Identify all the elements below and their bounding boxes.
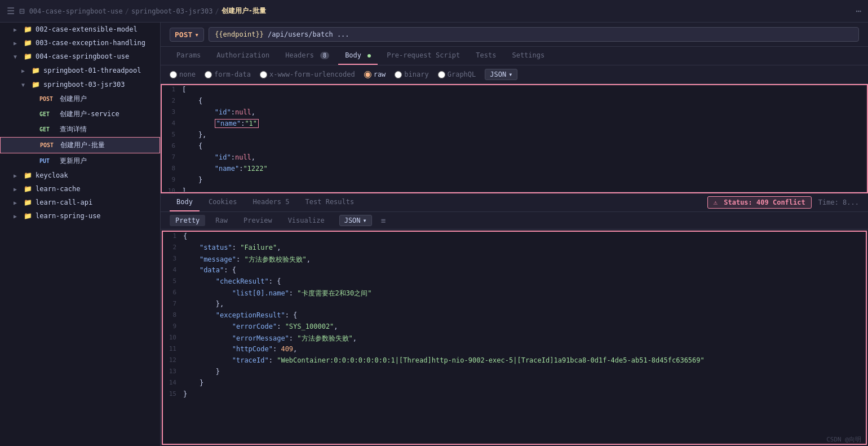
response-tab-body[interactable]: Body [170,193,200,211]
req-line-3: 3 "id":null, [162,108,867,119]
resp-line-14: 14 } [163,378,866,390]
chevron-icon: ▼ [14,54,21,60]
response-tab-cookies[interactable]: Cookies [202,193,244,211]
folder-icon: 📁 [32,67,40,74]
response-format-row: Pretty Raw Preview Visualize JSON ▾ ≡ [161,212,868,229]
url-input[interactable]: {{endpoint}} /api/users/batch ... [209,27,859,42]
request-body-wrapper: 1 [ 2 { 3 "id":null, 4 "name":"1" [161,84,868,193]
sidebar-item-sp03[interactable]: ▼ 📁 springboot-03-jsr303 [0,78,160,91]
menu-icon[interactable]: ☰ [7,6,15,16]
folder-icon: 📁 [24,171,32,179]
sidebar: ▶ 📁 002-case-extensible-model ▶ 📁 003-ca… [0,23,161,446]
sidebar-item-keycloak[interactable]: ▶ 📁 keycloak [0,169,160,182]
chevron-icon: ▶ [21,68,29,74]
chevron-icon: ▶ [14,213,21,219]
chevron-icon: ▶ [14,173,21,179]
radio-raw[interactable]: raw [364,70,386,78]
resp-tab-test-label: Test Results [305,198,355,206]
radio-binary[interactable]: binary [395,70,428,78]
format-preview[interactable]: Preview [238,215,278,226]
req-line-2: 2 { [162,96,867,108]
breadcrumb: 004-case-springboot-use / springboot-03-… [29,6,266,16]
tab-params-label: Params [176,51,201,59]
radio-urlencoded[interactable]: x-www-form-urlencoded [260,70,355,78]
method-badge-get: GET [39,111,56,117]
response-tabs: Body Cookies Headers 5 Test Results [170,193,361,211]
resp-line-2: 2 "status": "Failure", [163,243,866,254]
chevron-icon: ▶ [14,200,21,206]
sidebar-item-004[interactable]: ▼ 📁 004-case-springboot-use [0,50,160,63]
sidebar-item-003[interactable]: ▶ 📁 003-case-exception-handling [0,36,160,50]
format-pretty-label: Pretty [175,217,200,224]
sidebar-item-post-create[interactable]: ▶ POST 创建用户 [0,91,160,107]
body-dot-indicator [367,54,371,58]
url-path: /api/users/batch ... [268,30,349,38]
tab-prerequest[interactable]: Pre-request Script [380,47,467,65]
sidebar-item-label: 更新用户 [60,156,153,166]
radio-raw-label: raw [374,70,386,78]
tab-authorization[interactable]: Authorization [210,47,276,65]
more-dots-icon[interactable]: ⋯ [856,6,861,16]
req-line-7: 7 "id":null, [162,153,867,164]
sidebar-item-label: keycloak [36,171,153,179]
resp-format-label: JSON [344,217,361,224]
sidebar-item-label: learn-cache [36,185,153,193]
tab-body-label: Body [345,51,361,59]
request-code-editor[interactable]: 1 [ 2 { 3 "id":null, 4 "name":"1" [162,85,867,192]
main-layout: ▶ 📁 002-case-extensible-model ▶ 📁 003-ca… [0,23,868,446]
response-tab-test-results[interactable]: Test Results [299,193,361,211]
sidebar-item-learn-cache[interactable]: ▶ 📁 learn-cache [0,182,160,196]
sidebar-item-sp01[interactable]: ▶ 📁 springboot-01-threadpool ⋯ [0,63,160,78]
method-dropdown-icon: ▾ [194,30,199,39]
sidebar-item-learn-call[interactable]: ▶ 📁 learn-call-api [0,196,160,209]
status-badge: ⚠ Status: 409 Conflict [707,196,812,209]
req-line-4: 4 "name":"1" [162,119,867,130]
resp-line-8: 8 "exceptionResult": { [163,311,866,322]
sidebar-item-put-update[interactable]: ▶ PUT 更新用户 [0,153,160,169]
sidebar-item-get-detail[interactable]: ▶ GET 查询详情 [0,122,160,137]
response-tab-headers[interactable]: Headers 5 [246,193,296,211]
headers-badge: 8 [320,52,329,59]
resp-format-dropdown[interactable]: JSON ▾ [339,215,372,226]
folder-icon: 📁 [24,52,32,60]
tab-settings[interactable]: Settings [505,47,551,65]
format-raw[interactable]: Raw [210,215,233,226]
tab-headers[interactable]: Headers 8 [278,47,336,65]
format-dropdown[interactable]: JSON ▾ [485,69,517,80]
radio-form-data[interactable]: form-data [205,70,251,78]
filter-icon[interactable]: ⊟ [19,6,25,16]
method-select[interactable]: POST ▾ [170,28,204,42]
sidebar-item-label: 创建用户-service [60,109,153,119]
format-pretty[interactable]: Pretty [170,215,205,226]
req-line-10: 10 ] [162,187,867,192]
format-raw-label: Raw [215,217,228,224]
method-label: POST [175,30,192,39]
radio-none[interactable]: none [170,70,196,78]
method-badge-post: POST [40,142,57,148]
tab-params[interactable]: Params [170,47,207,65]
resp-tab-cookies-label: Cookies [209,198,237,206]
req-line-5: 5 }, [162,130,867,142]
sidebar-item-get-service[interactable]: ▶ GET 创建用户-service [0,107,160,122]
tab-tests[interactable]: Tests [469,47,503,65]
url-endpoint: {{endpoint}} [215,30,264,38]
tab-body[interactable]: Body [338,47,378,65]
format-visualize[interactable]: Visualize [282,215,330,226]
resp-line-11: 11 "httpCode": 409, [163,345,866,356]
format-visualize-label: Visualize [288,217,325,224]
sidebar-item-label: learn-spring-use [36,212,153,220]
resp-format-arrow: ▾ [363,217,367,224]
req-line-6: 6 { [162,142,867,153]
watermark: CSDN @向明 [826,435,861,444]
breadcrumb-part-3: 创建用户-批量 [222,6,266,16]
sidebar-item-002[interactable]: ▶ 📁 002-case-extensible-model [0,23,160,36]
resp-line-3: 3 "message": "方法参数校验失败", [163,254,866,266]
sidebar-item-post-batch[interactable]: ▶ POST 创建用户-批量 [0,137,160,153]
radio-graphql[interactable]: GraphQL [438,70,476,78]
method-badge-put: PUT [39,158,56,164]
sidebar-item-learn-spring[interactable]: ▶ 📁 learn-spring-use [0,209,160,223]
resp-line-13: 13 } [163,367,866,378]
method-badge-post: POST [39,96,56,102]
tab-prerequest-label: Pre-request Script [387,51,460,59]
wrap-icon[interactable]: ≡ [381,216,386,225]
